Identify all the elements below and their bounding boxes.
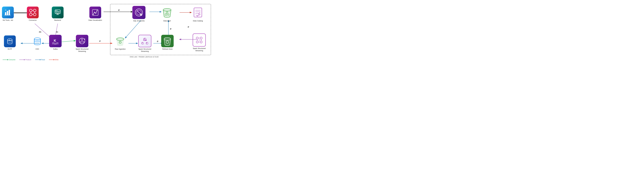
svg-rect-87 bbox=[142, 42, 142, 44]
svg-point-32 bbox=[34, 13, 36, 16]
svg-line-51 bbox=[137, 11, 141, 15]
label-3rd-tools: 3rd Tools, .etc bbox=[2, 19, 13, 21]
svg-point-83 bbox=[144, 38, 146, 41]
svg-text:K: K bbox=[54, 39, 56, 43]
svg-point-45 bbox=[93, 14, 94, 15]
legend-write: Write bbox=[49, 59, 58, 61]
legend-write-line bbox=[49, 60, 54, 60]
svg-rect-28 bbox=[4, 15, 10, 15]
label-oltp: OLTP bbox=[8, 48, 12, 50]
label-spark-ss-1: Spark Structured Streaming bbox=[74, 48, 90, 53]
svg-point-40 bbox=[57, 10, 58, 11]
label-sql-endpoints: SQL Endpoints bbox=[133, 20, 145, 22]
svg-point-74 bbox=[80, 41, 81, 43]
svg-point-46 bbox=[94, 12, 95, 13]
label-data-mart: Data Mart bbox=[163, 20, 171, 22]
node-backend: Backend bbox=[52, 7, 64, 21]
icon-raw-ingestion bbox=[114, 35, 126, 47]
node-oltp: {} OLTP bbox=[4, 36, 16, 50]
label-kafka: Kafka bbox=[53, 48, 58, 50]
svg-line-7 bbox=[60, 41, 75, 42]
svg-point-47 bbox=[96, 13, 96, 14]
icon-connector bbox=[27, 7, 39, 18]
svg-point-73 bbox=[82, 39, 83, 40]
node-kafka: K Kafka bbox=[49, 35, 62, 50]
svg-rect-41 bbox=[56, 12, 59, 13]
svg-point-48 bbox=[97, 10, 98, 11]
svg-line-76 bbox=[81, 40, 82, 41]
svg-point-94 bbox=[200, 41, 202, 43]
node-data-mart: Data Mart bbox=[160, 6, 174, 22]
svg-text:①c: ①c bbox=[56, 31, 58, 33]
legend-consume-label: Consume bbox=[9, 59, 15, 61]
svg-rect-25 bbox=[7, 11, 8, 15]
svg-rect-26 bbox=[9, 10, 10, 15]
svg-marker-63 bbox=[196, 14, 200, 16]
svg-point-31 bbox=[30, 13, 32, 16]
svg-rect-27 bbox=[5, 10, 6, 11]
svg-text:②: ② bbox=[99, 40, 101, 42]
node-refined-zone: Refined Zone bbox=[161, 35, 174, 50]
svg-point-91 bbox=[196, 37, 198, 39]
diagram: Delta Lake - Reliable Lakehouse at Scale bbox=[0, 0, 215, 63]
svg-rect-59 bbox=[194, 8, 202, 17]
icon-refined-zone bbox=[161, 35, 174, 47]
legend-produce-label: Produce bbox=[25, 59, 31, 61]
svg-point-29 bbox=[30, 9, 32, 12]
legend-produce-line bbox=[19, 60, 24, 60]
label-backend: Backend bbox=[54, 19, 61, 21]
label-raw-ingestion: Raw Ingestion bbox=[115, 48, 126, 50]
node-raw-ingestion: Raw Ingestion bbox=[114, 35, 126, 50]
icon-sql-endpoints bbox=[132, 6, 146, 19]
svg-point-70 bbox=[34, 42, 40, 44]
legend-consume-line bbox=[2, 60, 8, 60]
svg-point-92 bbox=[200, 37, 202, 39]
svg-text:{}: {} bbox=[9, 39, 10, 41]
legend-read-label: Read bbox=[41, 59, 45, 61]
icon-3rd-tools bbox=[2, 7, 14, 18]
icon-spark-ss-2 bbox=[138, 35, 151, 47]
svg-point-85 bbox=[146, 42, 148, 44]
label-spark-ss-2: Spark Structured Streaming bbox=[137, 48, 153, 53]
svg-point-75 bbox=[83, 41, 84, 43]
label-data-catalog: Data Catalog bbox=[193, 20, 203, 22]
icon-spark-ss-3 bbox=[193, 34, 206, 47]
svg-point-84 bbox=[142, 42, 144, 44]
icon-spark-ss-1 bbox=[76, 35, 88, 47]
legend: Consume Produce Read Write bbox=[2, 59, 58, 61]
svg-rect-88 bbox=[146, 42, 147, 44]
node-connector: Connector bbox=[27, 7, 39, 21]
icon-data-catalog bbox=[191, 6, 204, 19]
icon-cdc bbox=[32, 36, 43, 47]
legend-read: Read bbox=[35, 59, 45, 61]
label-connector: Connector bbox=[29, 19, 37, 21]
label-data-viz: Data Visualization bbox=[88, 19, 102, 21]
node-spark-ss-3: Spark Structured Streaming bbox=[191, 34, 207, 52]
svg-point-68 bbox=[34, 38, 40, 40]
icon-oltp: {} bbox=[4, 36, 16, 47]
node-data-viz: Data Visualization bbox=[88, 7, 102, 21]
node-cdc: CDC bbox=[32, 36, 43, 50]
node-spark-ss-1: Spark Structured Streaming bbox=[74, 35, 90, 53]
node-spark-ss-2: Spark Structured Streaming bbox=[137, 35, 153, 53]
svg-text:①b: ①b bbox=[39, 31, 41, 33]
svg-point-72 bbox=[79, 38, 85, 44]
legend-read-line bbox=[35, 60, 40, 60]
icon-kafka: K bbox=[49, 35, 62, 47]
svg-rect-86 bbox=[144, 39, 145, 40]
label-spark-ss-3: Spark Structured Streaming bbox=[191, 47, 207, 52]
legend-consume: Consume bbox=[2, 59, 15, 61]
node-3rd-tools: 3rd Tools, .etc bbox=[2, 7, 14, 21]
node-sql-endpoints: SQL Endpoints bbox=[132, 6, 146, 22]
legend-produce: Produce bbox=[19, 59, 31, 61]
icon-backend bbox=[52, 7, 64, 18]
legend-write-label: Write bbox=[55, 59, 58, 61]
delta-lake-label: Delta Lake - Reliable Lakehouse at Scale bbox=[130, 56, 158, 58]
icon-data-viz bbox=[90, 7, 101, 18]
svg-point-30 bbox=[34, 9, 36, 12]
icon-data-mart bbox=[160, 6, 174, 19]
label-refined-zone: Refined Zone bbox=[162, 48, 172, 50]
label-cdc: CDC bbox=[36, 48, 39, 50]
svg-point-93 bbox=[196, 41, 198, 43]
node-data-catalog: Data Catalog bbox=[191, 6, 204, 22]
